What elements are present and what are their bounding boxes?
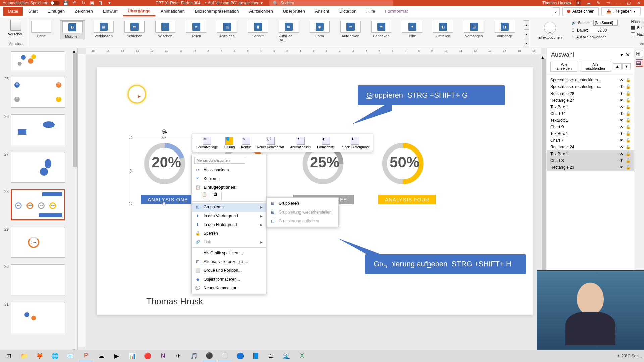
transition-flash[interactable]: ✦Blitz (400, 20, 424, 39)
sound-select[interactable] (593, 20, 618, 26)
excel-icon[interactable]: X (295, 351, 309, 361)
selection-item[interactable]: Chart 11👁🔓 (547, 110, 634, 117)
lock-icon[interactable]: 🔓 (626, 111, 631, 116)
visibility-icon[interactable]: 👁 (620, 125, 624, 129)
edge-icon[interactable]: 🌊 (280, 351, 293, 361)
ctx-search-input[interactable] (194, 157, 245, 164)
draw-icon[interactable]: ✎ (596, 0, 601, 6)
visibility-icon[interactable]: 👁 (620, 145, 624, 149)
effect-options-button[interactable]: Effektoptionen (536, 20, 565, 41)
slide-thumbnail-panel[interactable]: 25 S W O T 26 27 28 20% 75% 25% 50% 29 7… (0, 48, 78, 352)
mini-fullung[interactable]: 🪣Füllung (221, 135, 237, 150)
apply-all-button[interactable]: ⊞Auf alle anwenden (571, 35, 618, 39)
transition-random[interactable]: ⊞Zufällige Ba... (277, 20, 301, 43)
ctx-cut[interactable]: ✂Ausschneiden (192, 166, 266, 174)
slide-thumb-28[interactable]: 20% 75% 25% 50% (11, 189, 65, 220)
visibility-icon[interactable]: 👁 (620, 91, 624, 96)
tab-start[interactable]: Start (23, 7, 42, 16)
slide-thumb-30[interactable] (11, 264, 65, 295)
visibility-icon[interactable]: 👁 (620, 138, 624, 143)
app-icon-7[interactable]: 📘 (249, 351, 262, 361)
lock-icon[interactable]: 🔓 (626, 131, 631, 136)
analysis-label-4[interactable]: ANALYSIS FOUR (378, 195, 436, 204)
visibility-icon[interactable]: 👁 (620, 78, 624, 82)
chrome-icon[interactable]: 🌐 (48, 351, 62, 361)
selection-pane-close[interactable]: ✕ (626, 52, 630, 58)
transition-cover[interactable]: ➡Bedecken (369, 20, 393, 39)
paste-opt-1[interactable]: 📋 (202, 192, 210, 200)
obs-icon[interactable]: ⚫ (203, 351, 216, 361)
touch-icon[interactable]: ⇅ (98, 0, 103, 6)
mini-kontur[interactable]: ✎Kontur (238, 135, 253, 150)
present-icon[interactable]: ▣ (89, 0, 95, 6)
tab-slideshow[interactable]: Bildschirmpräsentation (190, 7, 244, 16)
ctx-alt-text[interactable]: ⊡Alternativtext anzeigen... (192, 257, 266, 266)
minimize-icon[interactable]: — (616, 0, 621, 6)
tab-format[interactable]: Formformat (380, 7, 412, 16)
slide-thumb-27[interactable] (11, 152, 65, 183)
selection-item[interactable]: TextBox 1👁🔓 (547, 104, 634, 110)
ctx-new-comment[interactable]: 💬Neuer Kommentar (192, 284, 266, 292)
share-button[interactable]: 📤Freigeben▾ (601, 7, 641, 15)
slide-thumb-29[interactable]: 75% (11, 227, 65, 258)
app-icon-3[interactable]: 🔴 (141, 351, 154, 361)
lock-icon[interactable]: 🔓 (626, 138, 631, 143)
undo-icon[interactable]: ↶ (72, 0, 77, 6)
transition-split[interactable]: ⇔Teilen (184, 20, 208, 39)
lock-icon[interactable]: 🔓 (626, 118, 631, 123)
mini-formatvorlage[interactable]: ▭Formatvorlage (194, 135, 220, 150)
firefox-icon[interactable]: 🦊 (33, 351, 46, 361)
lock-icon[interactable]: 🔓 (626, 145, 631, 149)
transition-shape[interactable]: ◉Form (308, 20, 332, 39)
weather-widget[interactable]: ☀ 20°C Son... (616, 354, 642, 358)
duration-input[interactable] (590, 27, 608, 33)
transition-gallery-scroll[interactable]: ▲▼▾ (524, 20, 529, 48)
telegram-icon[interactable]: ✈ (172, 351, 185, 361)
visibility-icon[interactable]: 👁 (620, 165, 624, 170)
lock-icon[interactable]: 🔓 (626, 152, 631, 156)
on-click-checkbox[interactable] (631, 26, 635, 30)
tab-help[interactable]: Hilfe (362, 7, 380, 16)
transition-cut[interactable]: ▮Schnitt (246, 20, 270, 39)
selection-item[interactable]: Rectangle 27👁🔓 (547, 97, 634, 104)
app-icon-1[interactable]: ☁ (95, 351, 108, 361)
selection-item[interactable]: Chart 7👁🔓 (547, 137, 634, 144)
slide-thumb-25[interactable]: S W O T (11, 77, 65, 108)
visibility-icon[interactable]: 👁 (620, 158, 624, 163)
selection-box[interactable]: ⟳ (130, 137, 197, 204)
cloud-icon[interactable]: ☁ (586, 0, 591, 6)
autosave-toggle[interactable]: Automatisches Speichern (3, 1, 60, 5)
mini-formeffekte[interactable]: ◐Formeffekte (314, 135, 337, 150)
slide-thumb-31[interactable] (11, 302, 65, 333)
tab-transitions[interactable]: Übergänge (123, 6, 155, 16)
window-icon[interactable]: ▭ (606, 0, 611, 6)
ctx-lock[interactable]: 🔒Sperren (192, 229, 266, 238)
tab-view[interactable]: Ansicht (310, 7, 334, 16)
transition-fade[interactable]: ▦Verblassen (92, 20, 116, 39)
selection-item[interactable]: Sprechblase: rechteckig m...👁🔓 (547, 77, 634, 83)
visibility-icon[interactable]: 👁 (620, 111, 624, 116)
selection-item[interactable]: Chart 9👁🔓 (547, 124, 634, 130)
mini-hintergrund[interactable]: ⬇In den Hintergrund (338, 135, 371, 150)
tab-insert[interactable]: Einfügen (43, 7, 69, 16)
show-all-button[interactable]: Alle anzeigen (550, 61, 578, 72)
paste-opt-2[interactable]: 🖼 (213, 192, 222, 200)
save-icon[interactable]: 💾 (63, 0, 68, 6)
maximize-icon[interactable]: ▢ (626, 0, 631, 6)
move-down-button[interactable]: ▼ (622, 63, 631, 69)
selection-item[interactable]: Chart 3👁🔓 (547, 157, 634, 164)
after-checkbox[interactable] (631, 32, 635, 36)
transition-reveal[interactable]: ▥Anzeigen (215, 20, 239, 39)
ctx-save-graphic[interactable]: Als Grafik speichern... (192, 249, 266, 257)
selection-item[interactable]: Sprechblase: rechteckig m...👁🔓 (547, 83, 634, 90)
user-avatar[interactable]: TH (576, 0, 581, 6)
lock-icon[interactable]: 🔓 (626, 91, 631, 96)
pane-tab-1[interactable]: ⊞ (636, 50, 643, 57)
ctx-group[interactable]: ⊞Gruppieren▶ (192, 203, 266, 212)
visibility-icon[interactable]: 👁 (620, 118, 624, 123)
tab-file[interactable]: Datei (3, 7, 23, 16)
toggle-pill[interactable] (50, 1, 60, 5)
visibility-icon[interactable]: 👁 (620, 105, 624, 109)
onenote-icon[interactable]: N (156, 351, 170, 361)
selection-item[interactable]: TextBox 1👁🔓 (547, 150, 634, 157)
